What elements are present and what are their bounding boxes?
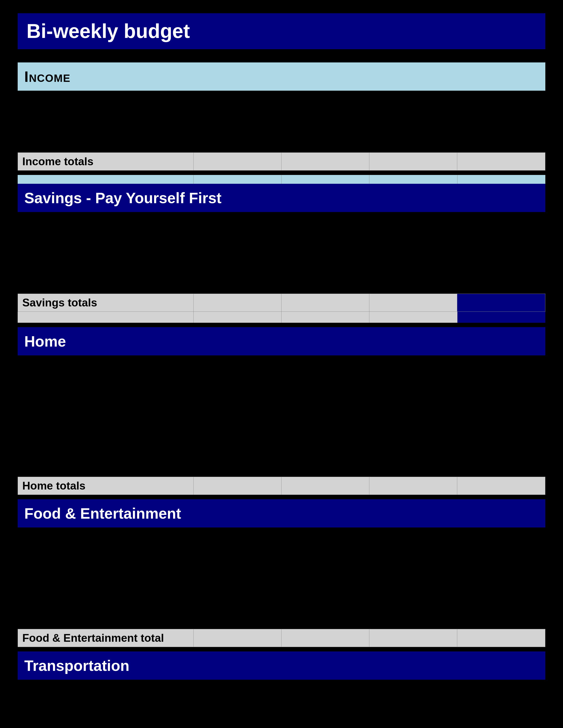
food-totals-label-cell: Food & Entertainment total [18,629,194,647]
savings-header: Savings - Pay Yourself First [18,184,545,212]
home-cell-2-3 [282,377,369,397]
home-section: Home [18,327,545,495]
food-header: Food & Entertainment [18,499,545,527]
savings-totals-cell-5 [457,294,545,311]
food-cell-3-1 [18,569,194,589]
savings-totals-cell-2 [194,294,282,311]
food-header-label: Food & Entertainment [24,505,539,522]
food-cell-2-4 [369,550,457,569]
home-cell-4-2 [194,417,282,437]
savings-cell-1-4 [369,214,457,234]
savings-cell-4-5 [458,274,545,294]
food-cell-2-5 [458,550,545,569]
savings-totals-label: Savings totals [22,296,97,309]
income-cell-2-2 [194,113,282,133]
income-row-2 [18,113,545,133]
home-cell-3-2 [194,397,282,417]
food-cell-4-5 [458,589,545,609]
income-cell-2-5 [458,113,545,133]
home-cell-1-5 [458,358,545,377]
savings-cell-1-3 [282,214,369,234]
trans-cell-3-5 [458,722,545,728]
savings-cell-2-2 [194,234,282,254]
income-totals-label-cell: Income totals [18,153,194,170]
trans-cell-2-3 [282,702,369,722]
food-cell-4-4 [369,589,457,609]
home-cell-4-4 [369,417,457,437]
savings-totals-row: Savings totals [18,294,545,312]
savings-cell-4-3 [282,274,369,294]
food-totals-cell-3 [282,629,369,647]
income-totals-row: Income totals [18,152,545,171]
trans-cell-2-4 [369,702,457,722]
savings-cell-3-5 [458,254,545,274]
trans-row-1 [18,682,545,702]
transportation-section: Transportation [18,651,545,728]
home-cell-3-1 [18,397,194,417]
home-cell-5-1 [18,437,194,457]
trans-cell-3-1 [18,722,194,728]
home-totals-label: Home totals [22,479,85,492]
food-row-4 [18,589,545,609]
income-header-label: Income [24,68,539,85]
food-cell-3-3 [282,569,369,589]
home-cell-4-3 [282,417,369,437]
accent-cell-1-1 [18,175,194,184]
trans-cell-3-4 [369,722,457,728]
home-totals-cell-2 [194,477,282,495]
income-cell-1-1 [18,93,194,113]
food-row-3 [18,569,545,589]
sep-cell-3 [282,312,369,323]
income-cell-1-2 [194,93,282,113]
accent-cell-1-5 [458,175,545,184]
food-row-2 [18,550,545,569]
savings-totals-cell-4 [369,294,457,311]
income-totals-label: Income totals [22,155,93,168]
accent-cell-1-3 [282,175,369,184]
income-cell-3-3 [282,133,369,152]
trans-cell-2-1 [18,702,194,722]
savings-row-1 [18,214,545,234]
home-row-2 [18,377,545,397]
income-cell-3-1 [18,133,194,152]
savings-totals-cell-3 [282,294,369,311]
title-banner: Bi-weekly budget [18,13,545,49]
food-cell-5-1 [18,609,194,629]
home-cell-3-5 [458,397,545,417]
savings-cell-1-2 [194,214,282,234]
food-cell-3-2 [194,569,282,589]
home-cell-2-1 [18,377,194,397]
home-row-4 [18,417,545,437]
savings-cell-3-2 [194,254,282,274]
food-cell-1-5 [458,530,545,550]
home-header: Home [18,327,545,355]
food-row-5 [18,609,545,629]
food-cell-5-5 [458,609,545,629]
food-totals-cell-5 [457,629,545,647]
food-cell-4-3 [282,589,369,609]
savings-cell-4-1 [18,274,194,294]
savings-header-label: Savings - Pay Yourself First [24,189,539,206]
food-totals-row: Food & Entertainment total [18,629,545,647]
home-cell-3-3 [282,397,369,417]
home-cell-5-4 [369,437,457,457]
trans-cell-1-2 [194,682,282,702]
food-totals-label: Food & Entertainment total [22,632,164,644]
home-cell-1-4 [369,358,457,377]
trans-cell-2-2 [194,702,282,722]
food-row-1 [18,530,545,550]
income-header: Income [18,62,545,91]
income-cell-2-4 [369,113,457,133]
home-totals-cell-3 [282,477,369,495]
home-cell-1-2 [194,358,282,377]
income-cell-1-4 [369,93,457,113]
food-cell-3-5 [458,569,545,589]
income-cell-2-3 [282,113,369,133]
income-totals-cell-2 [194,153,282,170]
trans-cell-1-1 [18,682,194,702]
food-cell-2-3 [282,550,369,569]
income-row-3 [18,133,545,152]
income-cell-3-4 [369,133,457,152]
home-row-5 [18,437,545,457]
trans-cell-1-3 [282,682,369,702]
